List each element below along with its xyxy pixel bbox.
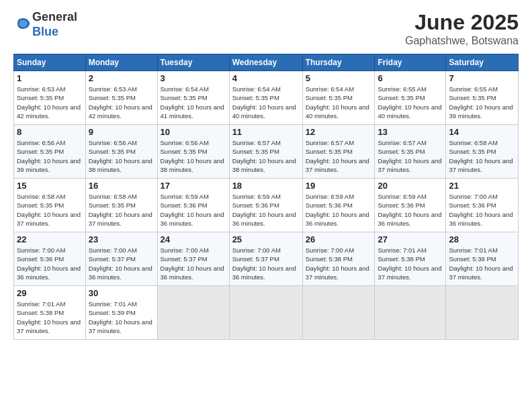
col-friday: Friday <box>375 54 446 71</box>
day-info: Sunrise: 6:53 AMSunset: 5:35 PMDaylight:… <box>17 85 81 120</box>
day-info: Sunrise: 6:56 AMSunset: 5:35 PMDaylight:… <box>17 139 81 173</box>
day-number: 22 <box>17 234 83 244</box>
day-info: Sunrise: 7:01 AMSunset: 5:38 PMDaylight:… <box>449 246 513 281</box>
calendar-header-row: Sunday Monday Tuesday Wednesday Thursday… <box>14 54 519 71</box>
calendar-cell: 3Sunrise: 6:54 AMSunset: 5:35 PMDaylight… <box>157 71 229 125</box>
day-number: 25 <box>232 234 300 244</box>
month-title: June 2025 <box>405 10 519 35</box>
calendar-cell: 21Sunrise: 7:00 AMSunset: 5:36 PMDayligh… <box>446 179 519 232</box>
calendar-cell: 5Sunrise: 6:54 AMSunset: 5:35 PMDaylight… <box>302 71 375 125</box>
calendar-cell: 23Sunrise: 7:00 AMSunset: 5:37 PMDayligh… <box>85 232 157 286</box>
logo: General Blue <box>13 10 77 39</box>
calendar-cell: 17Sunrise: 6:59 AMSunset: 5:36 PMDayligh… <box>157 179 229 232</box>
day-info: Sunrise: 7:01 AMSunset: 5:38 PMDaylight:… <box>17 300 81 334</box>
day-info: Sunrise: 6:54 AMSunset: 5:35 PMDaylight:… <box>232 85 296 120</box>
calendar-cell: 1Sunrise: 6:53 AMSunset: 5:35 PMDaylight… <box>14 71 86 125</box>
calendar-cell <box>375 286 446 340</box>
day-info: Sunrise: 6:55 AMSunset: 5:35 PMDaylight:… <box>378 85 441 120</box>
day-number: 7 <box>449 73 515 83</box>
day-number: 2 <box>89 73 154 83</box>
calendar-cell: 12Sunrise: 6:57 AMSunset: 5:35 PMDayligh… <box>302 125 375 179</box>
day-number: 1 <box>17 73 83 83</box>
calendar-cell: 9Sunrise: 6:56 AMSunset: 5:35 PMDaylight… <box>85 125 157 179</box>
day-info: Sunrise: 6:59 AMSunset: 5:36 PMDaylight:… <box>306 193 369 227</box>
day-number: 15 <box>17 181 83 191</box>
col-thursday: Thursday <box>302 54 375 71</box>
day-info: Sunrise: 7:00 AMSunset: 5:38 PMDaylight:… <box>306 246 369 281</box>
calendar-cell: 10Sunrise: 6:56 AMSunset: 5:35 PMDayligh… <box>157 125 229 179</box>
day-number: 27 <box>378 234 443 244</box>
day-info: Sunrise: 6:59 AMSunset: 5:36 PMDaylight:… <box>161 193 224 227</box>
day-info: Sunrise: 6:53 AMSunset: 5:35 PMDaylight:… <box>89 85 152 120</box>
calendar-cell: 28Sunrise: 7:01 AMSunset: 5:38 PMDayligh… <box>446 232 519 286</box>
calendar-cell: 27Sunrise: 7:01 AMSunset: 5:38 PMDayligh… <box>375 232 446 286</box>
day-info: Sunrise: 6:56 AMSunset: 5:35 PMDaylight:… <box>89 139 152 173</box>
day-number: 13 <box>378 127 443 137</box>
calendar-cell: 4Sunrise: 6:54 AMSunset: 5:35 PMDaylight… <box>229 71 302 125</box>
calendar-cell: 25Sunrise: 7:00 AMSunset: 5:37 PMDayligh… <box>229 232 302 286</box>
day-number: 24 <box>161 234 226 244</box>
calendar-cell: 26Sunrise: 7:00 AMSunset: 5:38 PMDayligh… <box>302 232 375 286</box>
calendar-cell: 24Sunrise: 7:00 AMSunset: 5:37 PMDayligh… <box>157 232 229 286</box>
day-info: Sunrise: 6:54 AMSunset: 5:35 PMDaylight:… <box>306 85 369 120</box>
calendar-cell: 14Sunrise: 6:58 AMSunset: 5:35 PMDayligh… <box>446 125 519 179</box>
col-saturday: Saturday <box>446 54 519 71</box>
day-number: 18 <box>232 181 300 191</box>
day-number: 11 <box>232 127 300 137</box>
title-block: June 2025 Gaphatshwe, Botswana <box>405 10 519 47</box>
day-info: Sunrise: 6:57 AMSunset: 5:35 PMDaylight:… <box>306 139 369 173</box>
calendar-cell: 30Sunrise: 7:01 AMSunset: 5:39 PMDayligh… <box>85 286 157 340</box>
day-number: 26 <box>306 234 372 244</box>
calendar-row-1: 1Sunrise: 6:53 AMSunset: 5:35 PMDaylight… <box>14 71 519 125</box>
location-title: Gaphatshwe, Botswana <box>405 35 519 47</box>
calendar-cell: 13Sunrise: 6:57 AMSunset: 5:35 PMDayligh… <box>375 125 446 179</box>
calendar-row-5: 29Sunrise: 7:01 AMSunset: 5:38 PMDayligh… <box>14 286 519 340</box>
col-wednesday: Wednesday <box>229 54 302 71</box>
logo-blue-text: Blue <box>32 25 58 38</box>
day-number: 23 <box>89 234 154 244</box>
day-info: Sunrise: 6:58 AMSunset: 5:35 PMDaylight:… <box>17 193 81 227</box>
day-info: Sunrise: 6:55 AMSunset: 5:35 PMDaylight:… <box>449 85 513 120</box>
calendar-cell: 29Sunrise: 7:01 AMSunset: 5:38 PMDayligh… <box>14 286 86 340</box>
calendar-table: Sunday Monday Tuesday Wednesday Thursday… <box>13 54 519 340</box>
day-number: 4 <box>232 73 300 83</box>
logo-general-text: General <box>32 10 77 24</box>
day-info: Sunrise: 7:01 AMSunset: 5:39 PMDaylight:… <box>89 300 152 334</box>
calendar-cell: 19Sunrise: 6:59 AMSunset: 5:36 PMDayligh… <box>302 179 375 232</box>
col-sunday: Sunday <box>14 54 86 71</box>
calendar-cell <box>446 286 519 340</box>
header: General Blue June 2025 Gaphatshwe, Botsw… <box>13 10 519 47</box>
calendar-cell: 18Sunrise: 6:59 AMSunset: 5:36 PMDayligh… <box>229 179 302 232</box>
day-info: Sunrise: 6:58 AMSunset: 5:35 PMDaylight:… <box>449 139 513 173</box>
day-number: 19 <box>306 181 372 191</box>
day-info: Sunrise: 7:00 AMSunset: 5:37 PMDaylight:… <box>232 246 296 281</box>
day-info: Sunrise: 7:00 AMSunset: 5:37 PMDaylight:… <box>161 246 224 281</box>
calendar-cell <box>302 286 375 340</box>
col-tuesday: Tuesday <box>157 54 229 71</box>
calendar-row-3: 15Sunrise: 6:58 AMSunset: 5:35 PMDayligh… <box>14 179 519 232</box>
col-monday: Monday <box>85 54 157 71</box>
calendar-cell <box>229 286 302 340</box>
day-number: 10 <box>161 127 226 137</box>
day-number: 9 <box>89 127 154 137</box>
day-info: Sunrise: 6:59 AMSunset: 5:36 PMDaylight:… <box>232 193 296 227</box>
day-number: 3 <box>161 73 226 83</box>
day-info: Sunrise: 6:56 AMSunset: 5:35 PMDaylight:… <box>161 139 224 173</box>
day-info: Sunrise: 7:00 AMSunset: 5:36 PMDaylight:… <box>449 193 513 227</box>
day-info: Sunrise: 6:57 AMSunset: 5:35 PMDaylight:… <box>378 139 441 173</box>
day-info: Sunrise: 7:00 AMSunset: 5:37 PMDaylight:… <box>89 246 152 281</box>
day-number: 6 <box>378 73 443 83</box>
day-info: Sunrise: 6:54 AMSunset: 5:35 PMDaylight:… <box>161 85 224 120</box>
day-number: 8 <box>17 127 83 137</box>
calendar-cell <box>157 286 229 340</box>
calendar-row-2: 8Sunrise: 6:56 AMSunset: 5:35 PMDaylight… <box>14 125 519 179</box>
day-number: 30 <box>89 288 154 298</box>
day-number: 20 <box>378 181 443 191</box>
calendar-cell: 7Sunrise: 6:55 AMSunset: 5:35 PMDaylight… <box>446 71 519 125</box>
day-number: 29 <box>17 288 83 298</box>
day-number: 21 <box>449 181 515 191</box>
day-number: 16 <box>89 181 154 191</box>
day-number: 12 <box>306 127 372 137</box>
calendar-cell: 2Sunrise: 6:53 AMSunset: 5:35 PMDaylight… <box>85 71 157 125</box>
day-info: Sunrise: 6:58 AMSunset: 5:35 PMDaylight:… <box>89 193 152 227</box>
